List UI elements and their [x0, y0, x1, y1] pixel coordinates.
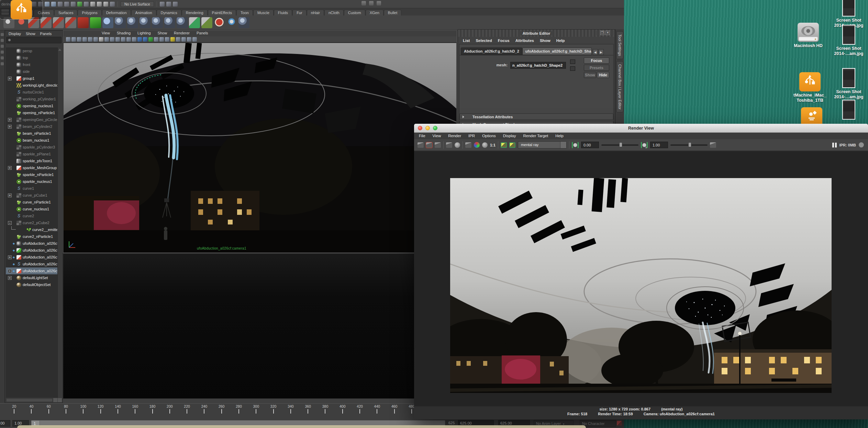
renderer-dropdown[interactable]: mental ray [518, 141, 567, 149]
gamma-slider[interactable] [670, 144, 708, 146]
shelf-tab[interactable]: Muscle [253, 10, 274, 15]
render-view-menu[interactable]: View [433, 134, 441, 139]
depth-of-field-icon[interactable] [181, 37, 186, 42]
last-tool-icon[interactable] [1, 62, 4, 65]
grease-pencil-icon[interactable] [93, 37, 98, 42]
render-current-frame-icon[interactable] [97, 2, 102, 7]
render-view-menu[interactable]: IPR [468, 134, 475, 139]
outliner-search-input[interactable] [6, 37, 62, 43]
shelf-tab[interactable]: Rendering [182, 10, 208, 15]
presets-button[interactable]: Presets [584, 65, 609, 71]
attribute-editor-menu[interactable]: Show [540, 39, 550, 43]
expand-toggle-icon[interactable]: + [8, 255, 12, 259]
outliner-item[interactable]: front [6, 61, 58, 68]
render-view-titlebar[interactable]: Render View [414, 124, 868, 133]
desktop-icon[interactable]: Screen Shot2014-…am.jpg [827, 68, 868, 100]
render-region-icon[interactable] [426, 142, 432, 148]
expand-toggle-icon[interactable]: - [8, 221, 12, 225]
gate-mask-icon[interactable] [115, 37, 120, 42]
outliner-item[interactable]: - curve2_pCube2 [6, 219, 58, 226]
minimize-window-icon[interactable] [425, 126, 430, 130]
safe-title-icon[interactable] [132, 37, 136, 42]
outliner-item[interactable]: opening_nucleus1 [6, 102, 58, 109]
show-manipulator-icon[interactable] [226, 17, 237, 28]
select-region-icon[interactable] [465, 142, 471, 148]
node-behavior-icon[interactable] [570, 59, 575, 64]
outliner-item[interactable]: ◆ ufoAbduction_a026cf:g_imagePlane1 [6, 247, 58, 254]
outliner-item[interactable]: ◆ ufoAbduction_a026cf:r_ufoMaster_ct [6, 261, 58, 267]
shelf-tab[interactable]: Fluids [274, 10, 292, 15]
expand-toggle-icon[interactable]: + [8, 118, 12, 122]
render-view-canvas[interactable] [414, 151, 868, 406]
alpha-channel-icon[interactable] [482, 142, 488, 148]
viewport-menu[interactable]: Renderer [174, 31, 190, 36]
open-render-view-icon[interactable] [90, 2, 95, 7]
scroll-left-icon[interactable] [53, 398, 57, 402]
keep-image-icon[interactable] [501, 142, 507, 148]
dock-edge[interactable] [17, 425, 586, 428]
close-panel-icon[interactable]: ✕ [605, 31, 610, 35]
mesh-name-field[interactable]: n_a026cf:g_hatchD_Shape2 [510, 62, 566, 69]
expand-toggle-icon[interactable]: + [8, 269, 12, 273]
shelf-tab[interactable]: Deformation [102, 10, 131, 15]
shelf-tab[interactable]: Polygons [78, 10, 101, 15]
live-surface-field[interactable]: No Live Surface [121, 1, 154, 7]
select-component-icon[interactable] [189, 17, 200, 28]
gamma-field[interactable]: 1.00 [650, 142, 668, 148]
outliner-item[interactable]: beam_nucleus1 [6, 137, 58, 144]
render-view-menu[interactable]: Help [555, 134, 564, 139]
snap-point-icon[interactable] [58, 2, 63, 7]
snap-grid-icon[interactable] [45, 2, 49, 7]
bookmark-icon[interactable] [77, 37, 81, 42]
delete-icon[interactable] [102, 17, 113, 28]
outliner-item[interactable]: + beam_pCylinder2 [6, 123, 58, 130]
shelf-tab[interactable]: Custom [344, 10, 365, 15]
float-panel-icon[interactable]: ❐ [600, 31, 604, 35]
show-button[interactable]: Show [584, 72, 596, 78]
select-camera-icon[interactable] [66, 37, 70, 42]
exposure-slider[interactable] [601, 144, 638, 146]
attribute-editor-menu[interactable]: Focus [498, 39, 510, 43]
auto-keyframe-icon[interactable] [617, 421, 622, 426]
outliner-item[interactable]: persp [6, 47, 58, 54]
shaded-icon[interactable] [143, 37, 147, 42]
xray-icon[interactable] [192, 37, 197, 42]
paint-selection-icon[interactable] [201, 17, 212, 28]
isolate-select-icon[interactable] [187, 37, 191, 42]
scroll-up-icon[interactable] [58, 48, 62, 52]
shelf-tab[interactable]: Surfaces [54, 10, 77, 15]
render-view-menu[interactable]: Render Target [523, 134, 548, 139]
tab-scroll-left-icon[interactable]: ◀ [593, 49, 598, 55]
viewport-panel-bottom[interactable] [63, 253, 457, 399]
viewport-menu[interactable]: View [102, 31, 110, 36]
desktop-icon[interactable] [0, 0, 43, 21]
screenspace-ao-icon[interactable] [165, 37, 169, 42]
pause-ipr-icon[interactable] [832, 143, 837, 147]
outliner-item[interactable]: + ◆ ufoAbduction_a026cf:g_group1 [6, 254, 58, 261]
sidebar-tab[interactable]: Tool Settings [616, 31, 623, 59]
outliner-item[interactable]: workingLight_directionalLight1 [6, 82, 58, 89]
sidebar-tab[interactable]: Channel Box / Layer Editor [616, 61, 623, 112]
outliner-horizontal-scrollbar[interactable] [6, 398, 62, 402]
wireframe-icon[interactable] [137, 37, 142, 42]
duplicate-input-graph-icon[interactable] [127, 17, 138, 28]
outliner-item[interactable]: + sparkle_MeshGroup [6, 164, 58, 171]
lasso-tool-icon[interactable] [1, 39, 4, 42]
focus-button[interactable]: Focus [584, 57, 609, 64]
shelf-tab[interactable]: nCloth [324, 10, 344, 15]
render-frame-icon[interactable] [166, 2, 171, 7]
shadows-icon[interactable] [159, 37, 164, 42]
ipr-icon[interactable] [173, 2, 178, 7]
shelf-tab[interactable]: PaintEffects [208, 10, 236, 15]
outliner-item[interactable]: sparkle_pCylinder3 [6, 144, 58, 151]
resolution-gate-icon[interactable] [110, 37, 114, 42]
shelf-tab[interactable]: Animation [131, 10, 156, 15]
attribute-editor-menu[interactable]: Selected [476, 39, 492, 43]
expand-toggle-icon[interactable]: + [8, 77, 12, 80]
expand-toggle-icon[interactable]: + [8, 276, 12, 280]
multisample-icon[interactable] [176, 37, 180, 42]
expand-toggle-icon[interactable]: + [8, 166, 12, 170]
outliner-item[interactable]: opening_nParticle1 [6, 109, 58, 116]
attribute-editor-menu[interactable]: List [463, 39, 470, 43]
image-plane-icon[interactable] [82, 37, 87, 42]
